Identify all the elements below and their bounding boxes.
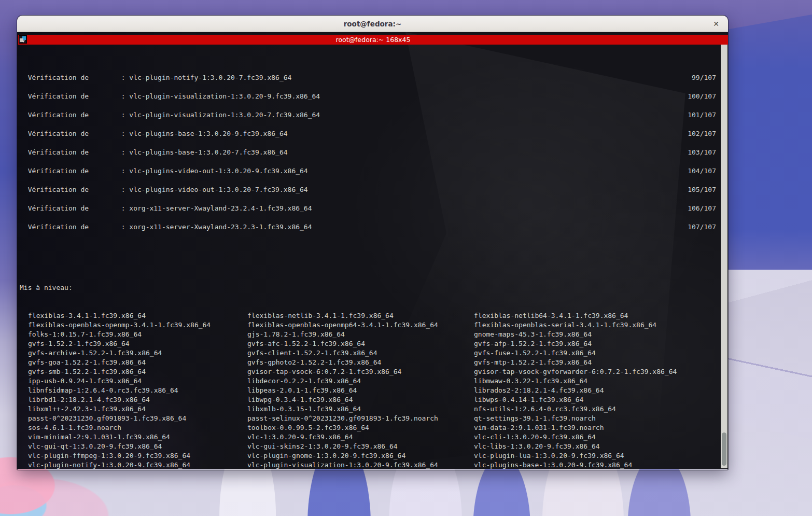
upgraded-package: nfs-utils-1:2.6.4-0.rc3.fc39.x86_64 xyxy=(474,405,716,414)
upgraded-package: vlc-plugins-base-1:3.0.20-9.fc39.x86_64 xyxy=(474,461,716,469)
upgraded-package: gvfs-archive-1.52.2-1.fc39.x86_64 xyxy=(28,348,247,358)
verification-row: Vérification de : vlc-plugins-video-out-… xyxy=(20,162,716,180)
upgraded-package: toolbox-0.0.99.5-2.fc39.x86_64 xyxy=(247,423,474,433)
upgraded-package: vlc-plugin-notify-1:3.0.20-9.fc39.x86_64 xyxy=(28,461,247,469)
upgraded-package: librbd1-2:18.2.1-4.fc39.x86_64 xyxy=(28,395,247,405)
upgraded-package: libwps-0.4.14-1.fc39.x86_64 xyxy=(474,395,716,405)
verification-row: Vérification de : vlc-plugins-video-out-… xyxy=(20,180,716,199)
upgraded-package: gvisor-tap-vsock-gvforwarder-6:0.7.2-1.f… xyxy=(474,367,716,376)
upgraded-package: libdecor-0.2.2-1.fc39.x86_64 xyxy=(247,376,474,386)
upgraded-package: sos-4.6.1-1.fc39.noarch xyxy=(28,423,247,433)
upgraded-package: flexiblas-netlib-3.4.1-1.fc39.x86_64 xyxy=(247,311,474,320)
verification-package: Vérification de : vlc-plugins-video-out-… xyxy=(20,166,308,176)
verification-row: Vérification de : vlc-plugin-notify-1:3.… xyxy=(20,68,716,87)
upgraded-package: gvfs-goa-1.52.2-1.fc39.x86_64 xyxy=(28,358,247,367)
screen-session-title: root@fedora:~ 168x45 xyxy=(336,36,411,44)
verification-list: Vérification de : vlc-plugin-notify-1:3.… xyxy=(20,68,716,236)
verification-row: Vérification de : vlc-plugin-visualizati… xyxy=(20,87,716,106)
terminal-screen[interactable]: root@fedora:~ 168x45 Vérification de : v… xyxy=(17,32,728,469)
upgraded-package: gvfs-gphoto2-1.52.2-1.fc39.x86_64 xyxy=(247,358,474,367)
upgraded-package: libmwaw-0.3.22-1.fc39.x86_64 xyxy=(474,376,716,386)
upgraded-package: flexiblas-3.4.1-1.fc39.x86_64 xyxy=(28,311,247,320)
upgraded-package: vlc-gui-skins2-1:3.0.20-9.fc39.x86_64 xyxy=(247,442,474,451)
upgraded-package: qt-settings-39.1-1.fc39.noarch xyxy=(474,414,716,423)
upgraded-package: gjs-1.78.2-1.fc39.x86_64 xyxy=(247,330,474,339)
upgraded-package: vlc-plugin-visualization-1:3.0.20-9.fc39… xyxy=(247,461,474,469)
upgraded-package: gvfs-mtp-1.52.2-1.fc39.x86_64 xyxy=(474,358,716,367)
upgraded-package: vlc-libs-1:3.0.20-9.fc39.x86_64 xyxy=(474,442,716,451)
upgraded-package: libpeas-2.0.1-1.fc39.x86_64 xyxy=(247,386,474,395)
verification-progress: 102/107 xyxy=(688,129,716,138)
verification-row: Vérification de : vlc-plugin-visualizati… xyxy=(20,106,716,124)
upgraded-package: gvfs-client-1.52.2-1.fc39.x86_64 xyxy=(247,348,474,358)
upgraded-package: vlc-plugin-lua-1:3.0.20-9.fc39.x86_64 xyxy=(474,451,716,461)
upgraded-package: gvfs-afp-1.52.2-1.fc39.x86_64 xyxy=(474,339,716,348)
verification-progress: 104/107 xyxy=(688,166,716,176)
upgraded-package: libwpg-0.3.4-1.fc39.x86_64 xyxy=(247,395,474,405)
verification-progress: 101/107 xyxy=(688,110,716,120)
upgraded-package: vim-minimal-2:9.1.031-1.fc39.x86_64 xyxy=(28,433,247,442)
verification-package: Vérification de : vlc-plugin-notify-1:3.… xyxy=(20,73,291,82)
upgraded-package: gvisor-tap-vsock-6:0.7.2-1.fc39.x86_64 xyxy=(247,367,474,376)
verification-progress: 99/107 xyxy=(692,73,716,82)
verification-row: Vérification de : xorg-x11-server-Xwayla… xyxy=(20,218,716,236)
upgraded-package: librados2-2:18.2.1-4.fc39.x86_64 xyxy=(474,386,716,395)
upgraded-package: gvfs-1.52.2-1.fc39.x86_64 xyxy=(28,339,247,348)
verification-progress: 107/107 xyxy=(688,222,716,232)
upgraded-package: flexiblas-openblas-openmp64-3.4.1-1.fc39… xyxy=(247,320,474,330)
terminal-scrollbar[interactable] xyxy=(721,45,727,468)
window-menu-icon[interactable] xyxy=(19,35,27,44)
upgraded-header: Mis à niveau: xyxy=(20,283,716,292)
close-button[interactable]: ✕ xyxy=(709,16,723,32)
wallpaper-petal-shapes xyxy=(187,469,695,516)
verification-progress: 103/107 xyxy=(688,148,716,157)
scrollbar-thumb[interactable] xyxy=(722,433,726,466)
upgraded-package: ipp-usb-0.9.24-1.fc39.x86_64 xyxy=(28,376,247,386)
upgraded-package: gvfs-smb-1.52.2-1.fc39.x86_64 xyxy=(28,367,247,376)
verification-row: Vérification de : vlc-plugins-base-1:3.0… xyxy=(20,124,716,143)
upgraded-package: vim-data-2:9.1.031-1.fc39.noarch xyxy=(474,423,716,433)
verification-package: Vérification de : vlc-plugins-base-1:3.0… xyxy=(20,148,288,157)
upgraded-package: vlc-plugin-ffmpeg-1:3.0.20-9.fc39.x86_64 xyxy=(28,451,247,461)
verification-progress: 106/107 xyxy=(688,204,716,213)
verification-row: Vérification de : vlc-plugins-base-1:3.0… xyxy=(20,143,716,162)
upgraded-package: folks-1:0.15.7-1.fc39.x86_64 xyxy=(28,330,247,339)
blank-line xyxy=(20,255,716,264)
upgraded-package: flexiblas-openblas-openmp-3.4.1-1.fc39.x… xyxy=(28,320,247,330)
upgraded-package: libnfsidmap-1:2.6.4-0.rc3.fc39.x86_64 xyxy=(28,386,247,395)
verification-package: Vérification de : vlc-plugins-video-out-… xyxy=(20,185,308,194)
upgraded-package: vlc-1:3.0.20-9.fc39.x86_64 xyxy=(247,433,474,442)
upgraded-package: gvfs-fuse-1.52.2-1.fc39.x86_64 xyxy=(474,348,716,358)
terminal-window: root@fedora:~ ✕ root@fedora:~ 168x45 Vér… xyxy=(17,16,728,470)
upgraded-package: passt-selinux-0^20231230.gf091893-1.fc39… xyxy=(247,414,474,423)
upgraded-package: gnome-maps-45.3-1.fc39.x86_64 xyxy=(474,330,716,339)
verification-row: Vérification de : xorg-x11-server-Xwayla… xyxy=(20,199,716,218)
window-title: root@fedora:~ xyxy=(344,20,402,28)
verification-package: Vérification de : vlc-plugin-visualizati… xyxy=(20,92,320,101)
upgraded-package: libxml++-2.42.3-1.fc39.x86_64 xyxy=(28,405,247,414)
verification-package: Vérification de : vlc-plugins-base-1:3.0… xyxy=(20,129,288,138)
upgraded-package: vlc-gui-qt-1:3.0.20-9.fc39.x86_64 xyxy=(28,442,247,451)
upgraded-package: flexiblas-netlib64-3.4.1-1.fc39.x86_64 xyxy=(474,311,716,320)
upgraded-package-grid: flexiblas-3.4.1-1.fc39.x86_64flexiblas-n… xyxy=(20,311,716,469)
upgraded-package: gvfs-afc-1.52.2-1.fc39.x86_64 xyxy=(247,339,474,348)
terminal-output: Vérification de : vlc-plugin-notify-1:3.… xyxy=(17,45,728,469)
verification-package: Vérification de : xorg-x11-server-Xwayla… xyxy=(20,204,312,213)
verification-progress: 100/107 xyxy=(688,92,716,101)
verification-package: Vérification de : vlc-plugin-visualizati… xyxy=(20,110,320,120)
upgraded-package: vlc-plugin-gnome-1:3.0.20-9.fc39.x86_64 xyxy=(247,451,474,461)
upgraded-package: passt-0^20231230.gf091893-1.fc39.x86_64 xyxy=(28,414,247,423)
verification-package: Vérification de : xorg-x11-server-Xwayla… xyxy=(20,222,312,232)
upgraded-package: flexiblas-openblas-serial-3.4.1-1.fc39.x… xyxy=(474,320,716,330)
upgraded-package: vlc-cli-1:3.0.20-9.fc39.x86_64 xyxy=(474,433,716,442)
window-titlebar[interactable]: root@fedora:~ ✕ xyxy=(17,16,728,32)
wallpaper-blue-panel xyxy=(720,15,812,284)
verification-progress: 105/107 xyxy=(688,185,716,194)
upgraded-package: libxmlb-0.3.15-1.fc39.x86_64 xyxy=(247,405,474,414)
screen-session-titlebar[interactable]: root@fedora:~ 168x45 xyxy=(18,35,728,45)
